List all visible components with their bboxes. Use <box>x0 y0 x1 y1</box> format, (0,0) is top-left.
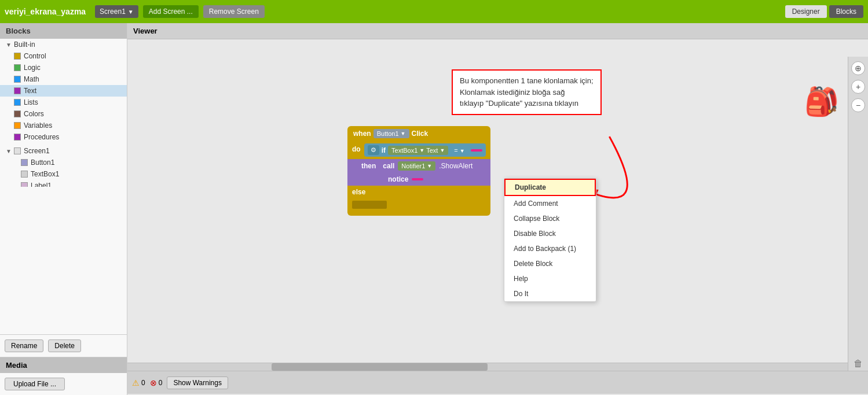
gear-icon[interactable]: ⚙ <box>368 145 379 155</box>
screen1-label: Screen1 <box>24 147 50 155</box>
context-menu-do-it[interactable]: Do It <box>504 286 596 301</box>
button1-block-label: Button1 <box>377 130 399 137</box>
error-count: 0 <box>159 379 163 387</box>
builtin-section[interactable]: ▼ Built-in <box>0 39 127 50</box>
screen1-icon <box>14 147 21 154</box>
main-layout: Blocks ▼ Built-in Control Logic Math Tex… <box>0 23 868 395</box>
notice-pink-block[interactable] <box>412 178 423 180</box>
screen1-section-expand: ▼ <box>5 147 13 155</box>
scrollbar-thumb[interactable] <box>272 363 488 371</box>
rename-button[interactable]: Rename <box>5 339 43 352</box>
context-menu-add-comment[interactable]: Add Comment <box>504 196 596 211</box>
zoom-target-button[interactable]: ⊕ <box>851 61 865 75</box>
zoom-in-button[interactable]: + <box>851 80 865 94</box>
sidebar-header: Blocks <box>0 23 127 39</box>
context-menu-delete-block[interactable]: Delete Block <box>504 256 596 271</box>
remove-screen-button[interactable]: Remove Screen <box>203 5 265 18</box>
topbar: veriyi_ekrana_yazma Screen1 ▼ Add Screen… <box>0 0 868 23</box>
if-label: if <box>382 146 386 154</box>
label1-label: Label1 <box>31 182 52 187</box>
equals-block[interactable]: = ▼ <box>451 146 468 155</box>
viewer-header: Viewer <box>127 23 868 39</box>
context-menu-duplicate[interactable]: Duplicate <box>504 179 596 196</box>
topbar-right: Designer Blocks <box>785 5 863 18</box>
add-screen-button[interactable]: Add Screen ... <box>143 5 199 18</box>
procedures-color-box <box>14 134 21 141</box>
sidebar-item-text[interactable]: Text <box>0 85 127 97</box>
blocks-area: when Button1 ▼ Click do ⚙ if <box>347 126 490 216</box>
button1-dropdown[interactable]: ▼ <box>401 131 406 136</box>
then-label: then <box>361 162 376 170</box>
sidebar-item-math[interactable]: Math <box>0 73 127 85</box>
textbox1-label: TextBox1 <box>31 170 59 178</box>
screen1-button[interactable]: Screen1 ▼ <box>95 5 138 18</box>
text-color-box <box>14 87 21 94</box>
equals-label: = <box>454 147 457 154</box>
sidebar-bottom: Rename Delete <box>0 334 127 357</box>
sidebar-item-button1[interactable]: Button1 <box>0 157 127 168</box>
context-menu-disable-block[interactable]: Disable Block <box>504 226 596 241</box>
notice-label: notice <box>388 175 408 183</box>
context-menu-collapse-block[interactable]: Collapse Block <box>504 211 596 226</box>
lists-color-box <box>14 99 21 106</box>
viewer-content[interactable]: Bu komponentten 1 tane klonlamak için;Kl… <box>127 39 868 394</box>
upload-file-button[interactable]: Upload File ... <box>5 378 65 390</box>
math-label: Math <box>24 75 122 83</box>
button1-icon <box>21 159 28 166</box>
sidebar-item-procedures[interactable]: Procedures <box>0 131 127 143</box>
pink-block[interactable] <box>471 149 482 152</box>
textbox1-text-block[interactable]: TextBox1 ▼ Text ▼ <box>388 146 448 155</box>
textbox1-icon <box>21 171 28 178</box>
sidebar-item-lists[interactable]: Lists <box>0 97 127 108</box>
textbox1-name: TextBox1 <box>391 147 417 154</box>
viewer: Viewer Bu komponentten 1 tane klonlamak … <box>127 23 868 395</box>
screen1-section[interactable]: ▼ Screen1 <box>0 145 127 157</box>
notifier1-block[interactable]: Notifier1 ▼ <box>398 161 435 171</box>
do-label: do <box>352 143 361 153</box>
right-panel: ⊕ + − 🗑 <box>848 57 868 394</box>
media-section: Media Upload File ... <box>0 357 127 395</box>
zoom-out-button[interactable]: − <box>851 98 865 112</box>
warning-count: 0 <box>141 379 145 387</box>
warning-badge: ⚠ 0 <box>132 378 145 387</box>
sidebar-item-label1[interactable]: Label1 <box>0 180 127 187</box>
text-prop: Text <box>426 147 438 154</box>
horizontal-scrollbar[interactable] <box>127 363 848 371</box>
sidebar-item-control[interactable]: Control <box>0 50 127 62</box>
error-icon: ⊗ <box>150 378 157 387</box>
show-alert-label: .ShowAlert <box>439 162 473 170</box>
annotation-text: Bu komponentten 1 tane klonlamak için;Kl… <box>460 76 594 108</box>
notice-row: notice <box>347 173 490 186</box>
context-menu: Duplicate Add Comment Collapse Block Dis… <box>504 178 596 302</box>
annotation-box: Bu komponentten 1 tane klonlamak için;Kl… <box>452 69 602 115</box>
sidebar-item-logic[interactable]: Logic <box>0 62 127 73</box>
context-menu-help[interactable]: Help <box>504 271 596 286</box>
sidebar-item-textbox1[interactable]: TextBox1 <box>0 168 127 180</box>
bottom-bar: ⚠ 0 ⊗ 0 Show Warnings <box>127 371 868 394</box>
sidebar-item-variables[interactable]: Variables <box>0 120 127 131</box>
designer-button[interactable]: Designer <box>785 5 827 18</box>
control-color-box <box>14 53 21 60</box>
notifier1-name: Notifier1 <box>401 163 425 169</box>
procedures-label: Procedures <box>24 133 122 141</box>
notifier1-arrow[interactable]: ▼ <box>427 163 432 169</box>
sidebar-item-colors[interactable]: Colors <box>0 108 127 120</box>
textbox1-arrow[interactable]: ▼ <box>419 147 424 153</box>
button1-block[interactable]: Button1 ▼ <box>373 129 409 138</box>
call-label: call <box>383 162 394 170</box>
block-bottom <box>347 198 490 216</box>
trash-button[interactable]: 🗑 <box>851 357 865 371</box>
context-menu-add-to-backpack[interactable]: Add to Backpack (1) <box>504 241 596 256</box>
delete-button[interactable]: Delete <box>48 339 81 352</box>
then-row: then call Notifier1 ▼ .ShowAlert <box>347 159 490 173</box>
app-title: veriyi_ekrana_yazma <box>5 7 86 16</box>
colors-label: Colors <box>24 110 122 118</box>
blocks-button[interactable]: Blocks <box>829 5 863 18</box>
do-row: do ⚙ if TextBox1 ▼ Text ▼ <box>347 141 490 159</box>
equals-arrow[interactable]: ▼ <box>460 148 465 154</box>
show-warnings-button[interactable]: Show Warnings <box>167 376 228 389</box>
button1-label: Button1 <box>31 158 54 167</box>
logic-label: Logic <box>24 64 122 72</box>
text-prop-arrow[interactable]: ▼ <box>440 147 445 153</box>
logic-color-box <box>14 64 21 71</box>
